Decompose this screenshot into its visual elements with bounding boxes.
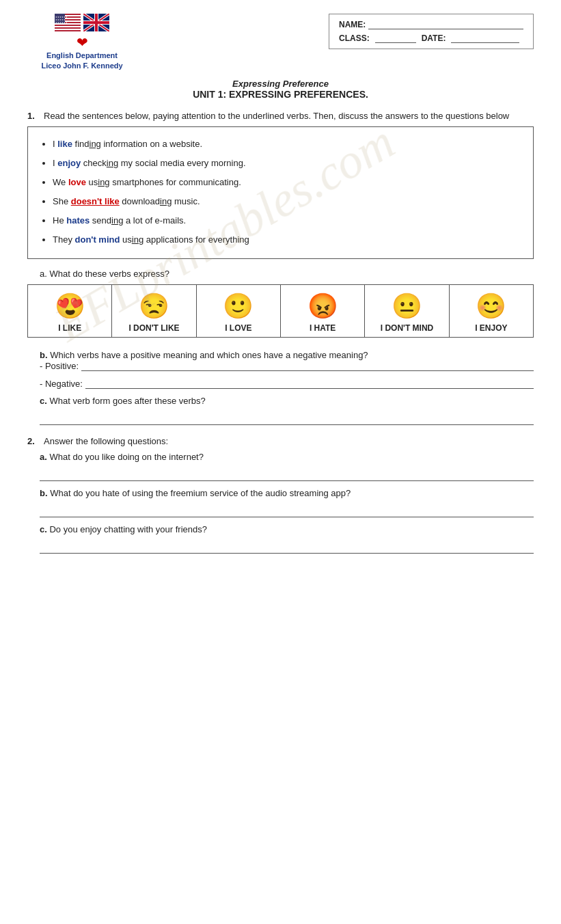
question-c-section: c. What verb form goes after these verbs… (40, 396, 534, 425)
emoji-like: 😍 (32, 292, 107, 321)
emoji-cell-3: 🙂 I LOVE (196, 284, 280, 337)
instruction-2-number: 2. (27, 436, 40, 446)
date-label: DATE: (422, 33, 446, 43)
sub-question-a: a. What do you like doing on the interne… (40, 452, 534, 481)
logo-area: ★★★★★★ ★★★★★ ★★★★★★ ❤ English Department… (27, 14, 137, 72)
question-a-label: a. What do these verbs express? (40, 269, 534, 279)
question-a-letter: a. (40, 269, 47, 279)
emoji-table: 😍 I LIKE 😒 I DON'T LIKE 🙂 I LOVE 😡 I HAT… (27, 284, 534, 338)
question-c-answer-line (40, 414, 534, 425)
question-c-text: c. What verb form goes after these verbs… (40, 396, 534, 406)
emoji-dont-mind: 😐 (369, 292, 444, 321)
question-c-content: What verb form goes after these verbs? (49, 396, 205, 406)
flags-container: ★★★★★★ ★★★★★ ★★★★★★ (55, 14, 109, 33)
us-flag-icon: ★★★★★★ ★★★★★ ★★★★★★ (55, 14, 81, 31)
worksheet-title: UNIT 1: EXPRESSING PREFERENCES. (27, 89, 534, 100)
sub-question-b: b. What do you hate of using the freemiu… (40, 488, 534, 517)
uk-flag-icon (83, 14, 109, 31)
logo-line1: English Department (41, 51, 122, 61)
name-line: NAME: (339, 20, 523, 29)
instruction-1: 1. Read the sentences below, paying atte… (27, 111, 534, 121)
sentence-6: They don't mind using applications for e… (53, 231, 521, 249)
heart-icon: ❤ (77, 34, 88, 51)
svg-text:★★★★★★: ★★★★★★ (55, 21, 68, 24)
date-underline (451, 33, 519, 43)
class-date-line: CLASS: DATE: (339, 33, 523, 43)
sentence-5: He hates sending a lot of e-mails. (53, 212, 521, 230)
question-b-letter: b. (40, 350, 48, 360)
instruction-1-number: 1. (27, 111, 40, 121)
svg-rect-6 (55, 29, 81, 30)
label-love: I LOVE (225, 323, 251, 333)
label-enjoy: I ENJOY (475, 323, 507, 333)
svg-rect-5 (55, 26, 81, 27)
emoji-enjoy: 😊 (454, 292, 529, 321)
sub-question-a-text: a. What do you like doing on the interne… (40, 452, 534, 462)
logo-text: English Department Liceo John F. Kennedy (41, 51, 122, 72)
logo-line2: Liceo John F. Kennedy (41, 61, 122, 71)
instruction-2: 2. Answer the following questions: (27, 436, 534, 446)
sub-question-b-text: b. What do you hate of using the freemiu… (40, 488, 534, 498)
sentences-list: I like finding information on a website.… (40, 135, 521, 249)
emoji-cell-6: 😊 I ENJOY (449, 284, 533, 337)
sub-question-b-label: b. (40, 488, 48, 498)
sub-question-b-content: What do you hate of using the freemium s… (50, 488, 351, 498)
sub-question-c-label: c. (40, 524, 47, 534)
emoji-dont-like: 😒 (116, 292, 191, 321)
sentence-1: I like finding information on a website. (53, 135, 521, 153)
section-2: 2. Answer the following questions: a. Wh… (27, 436, 534, 554)
sub-question-c-text: c. Do you enjoy chatting with your frien… (40, 524, 534, 534)
question-c-letter: c. (40, 396, 47, 406)
instruction-1-text: Read the sentences below, paying attenti… (44, 111, 509, 121)
sentence-4: She doesn't like downloading music. (53, 193, 521, 210)
label-dont-mind: I DON'T MIND (381, 323, 434, 333)
sub-question-b-line (40, 506, 534, 517)
class-label: CLASS: (339, 33, 370, 43)
page-header: ★★★★★★ ★★★★★ ★★★★★★ ❤ English Department… (27, 14, 534, 72)
emoji-cell-1: 😍 I LIKE (28, 284, 112, 337)
sub-question-a-content: What do you like doing on the internet? (49, 452, 203, 462)
sentence-3: We love using smartphones for communicat… (53, 174, 521, 191)
sub-question-a-line (40, 470, 534, 481)
emoji-cell-4: 😡 I HATE (280, 284, 364, 337)
question-b-content: Which verbs have a positive meaning and … (50, 350, 368, 360)
sub-question-a-label: a. (40, 452, 47, 462)
class-underline (375, 33, 416, 43)
question-b-section: b. Which verbs have a positive meaning a… (40, 350, 534, 389)
label-dont-like: I DON'T LIKE (128, 323, 179, 333)
name-class-date-box: NAME: CLASS: DATE: (329, 14, 534, 49)
instruction-2-text: Answer the following questions: (44, 436, 168, 446)
title-area: Expressing Preference UNIT 1: EXPRESSING… (27, 79, 534, 100)
sentences-box: I like finding information on a website.… (27, 126, 534, 259)
sub-question-c-line (40, 543, 534, 554)
label-like: I LIKE (58, 323, 81, 333)
svg-rect-19 (83, 21, 109, 24)
positive-label: - Positive: (40, 361, 79, 371)
sub-question-c: c. Do you enjoy chatting with your frien… (40, 524, 534, 554)
question-a-text: What do these verbs express? (49, 269, 169, 279)
sub-question-c-content: Do you enjoy chatting with your friends? (49, 524, 207, 534)
label-hate: I HATE (310, 323, 336, 333)
emoji-row: 😍 I LIKE 😒 I DON'T LIKE 🙂 I LOVE 😡 I HAT… (28, 284, 534, 337)
question-b-text: b. Which verbs have a positive meaning a… (40, 350, 534, 360)
negative-label: - Negative: (40, 379, 83, 389)
sentence-2: I enjoy checking my social media every m… (53, 154, 521, 172)
emoji-love: 🙂 (201, 292, 276, 321)
positive-line: - Positive: (40, 360, 534, 371)
worksheet-subtitle: Expressing Preference (27, 79, 534, 89)
negative-line: - Negative: (40, 378, 534, 389)
negative-fill (85, 378, 534, 389)
emoji-cell-2: 😒 I DON'T LIKE (112, 284, 196, 337)
name-underline (368, 20, 523, 29)
positive-fill (81, 360, 534, 371)
emoji-cell-5: 😐 I DON'T MIND (365, 284, 449, 337)
emoji-hate: 😡 (285, 292, 360, 321)
name-label: NAME: (339, 20, 366, 29)
section-1: 1. Read the sentences below, paying atte… (27, 111, 534, 425)
